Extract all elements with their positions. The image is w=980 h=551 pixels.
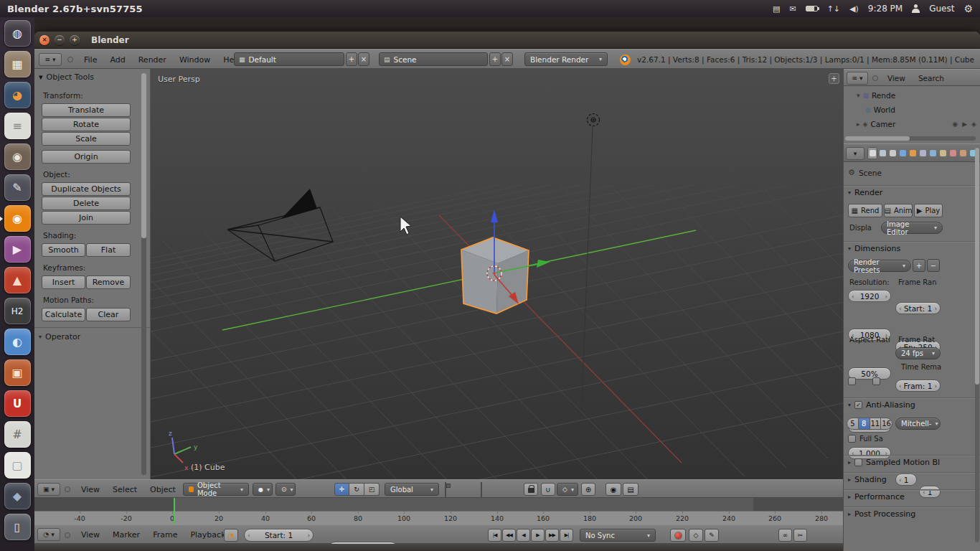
previous-keyframe-button[interactable]: ◀◀ <box>502 529 516 542</box>
start-frame-field[interactable]: ‹Start: 1› <box>244 529 314 542</box>
window-maximize-button[interactable]: + <box>70 35 80 45</box>
mode-dropdown[interactable]: Object Mode▾ <box>183 483 249 496</box>
render-engine-dropdown[interactable]: Blender Render▾ <box>524 52 608 66</box>
opengl-render-anim-icon[interactable]: ▤ <box>623 483 639 496</box>
launcher-item-box[interactable]: ▣ <box>3 359 32 387</box>
aa-filter-dropdown[interactable]: Mitchell-▾ <box>895 418 941 430</box>
outliner-view-menu[interactable]: View <box>881 70 912 87</box>
outliner-item-render[interactable]: ▾ ▦ Rende <box>844 88 980 103</box>
launcher-item-globe[interactable]: ◐ <box>3 329 32 356</box>
aa-samples-11[interactable]: 11 <box>870 418 882 430</box>
viewport-shading-dropdown[interactable]: ●▾ <box>253 483 273 496</box>
timeline-editor-type-button[interactable]: ◔▾ <box>37 528 60 541</box>
origin-button[interactable]: Origin <box>42 150 131 164</box>
launcher-item-pages[interactable]: ▢ <box>3 452 32 479</box>
outliner-item-camera[interactable]: ▸ ◈ Camer ◉ ▶ ◈ <box>844 117 976 131</box>
snap-element-dropdown[interactable]: ◇▾ <box>557 483 578 496</box>
link-icon[interactable]: ∞ <box>778 529 792 542</box>
time-toggle-icon[interactable]: ◔ <box>224 529 238 542</box>
layers-grid-left[interactable] <box>445 482 446 497</box>
next-keyframe-button[interactable]: ▶▶ <box>545 529 559 542</box>
sync-dropdown[interactable]: No Sync▾ <box>580 529 656 542</box>
post-processing-panel-header[interactable]: ▸Post Processing <box>844 507 980 521</box>
frame-rate-dropdown[interactable]: 24 fps▾ <box>895 347 941 359</box>
orientation-dropdown[interactable]: Global▾ <box>385 483 439 496</box>
add-scene-button[interactable]: + <box>489 52 501 66</box>
timeline-frame-menu[interactable]: Frame <box>146 525 184 545</box>
outliner-h-scrollbar[interactable] <box>845 136 976 141</box>
view-menu[interactable]: View <box>75 480 106 499</box>
play-rendered-button[interactable]: ▶Play <box>914 204 943 217</box>
shading-panel-header[interactable]: ▸Shading <box>844 472 980 486</box>
menu-file[interactable]: File <box>77 50 103 70</box>
pin-icon[interactable] <box>65 532 70 538</box>
display-dropdown[interactable]: Image Editor▾ <box>881 222 943 234</box>
tab-constraints[interactable] <box>918 147 928 159</box>
aa-samples-16[interactable]: 16 <box>881 418 892 430</box>
launcher-item-pyramid[interactable]: ▲ <box>3 267 32 294</box>
add-layout-button[interactable]: + <box>346 52 357 66</box>
layers-grid-right[interactable] <box>481 482 482 497</box>
operator-panel-header[interactable]: ▾Operator <box>39 332 80 342</box>
aa-samples-5[interactable]: 5 <box>847 418 859 430</box>
tab-object-data[interactable] <box>938 147 948 159</box>
launcher-item-video[interactable]: ▶ <box>3 236 32 263</box>
crop-checkbox[interactable] <box>872 377 880 385</box>
remove-preset-button[interactable]: − <box>927 259 940 272</box>
timeline-ruler[interactable]: -40 -20 0 20 40 60 80 100 120 140 160 18… <box>34 511 843 524</box>
tab-scene[interactable] <box>887 147 897 159</box>
render-presets-dropdown[interactable]: Render Presets▾ <box>848 260 911 272</box>
properties-scrollbar[interactable] <box>975 148 979 542</box>
pivot-dropdown[interactable]: ⊙▾ <box>275 483 296 496</box>
tab-material[interactable] <box>948 147 958 159</box>
play-button[interactable]: ▶ <box>531 529 545 542</box>
timeline-canvas[interactable]: -40 -20 0 20 40 60 80 100 120 140 160 18… <box>34 498 843 524</box>
mail-icon[interactable]: ✉ <box>789 4 796 14</box>
scrollbar-thumb[interactable] <box>141 73 146 238</box>
tool-shelf-scrollbar[interactable] <box>141 73 146 475</box>
viewport-3d[interactable]: z y x User Persp (1) Cube + <box>151 69 843 479</box>
unlink-layout-button[interactable]: × <box>358 52 369 66</box>
battery-icon[interactable] <box>806 6 818 11</box>
rotate-button[interactable]: Rotate <box>42 118 131 131</box>
jump-to-end-button[interactable]: ▶| <box>560 529 573 542</box>
launcher-item-software[interactable]: U <box>3 390 32 418</box>
tab-render[interactable] <box>867 147 877 159</box>
launcher-item-blender[interactable]: ◉ <box>3 205 32 232</box>
launcher-item-dark[interactable]: ◆ <box>3 483 32 510</box>
menu-window[interactable]: Window <box>173 50 217 70</box>
user-menu[interactable]: Guest <box>929 4 954 14</box>
volume-icon[interactable]: ◀) <box>849 4 859 14</box>
frame-start-field[interactable]: ‹Start: 1› <box>895 302 941 314</box>
render-animation-button[interactable]: ▤Anim <box>884 204 913 217</box>
full-sample-checkbox[interactable] <box>848 435 856 443</box>
cut-icon[interactable]: ✂ <box>793 529 807 542</box>
tab-render-layers[interactable] <box>877 147 887 159</box>
jump-to-start-button[interactable]: |◀ <box>488 529 501 542</box>
scrollbar-thumb[interactable] <box>975 148 979 385</box>
outliner-item-world[interactable]: ◍ World <box>844 103 980 117</box>
screen-layout-field[interactable]: ▦Default <box>234 52 344 66</box>
play-reverse-button[interactable]: ◀ <box>517 529 530 542</box>
expand-icon[interactable]: ▸ <box>857 121 860 128</box>
calculate-paths-button[interactable]: Calculate <box>42 308 85 321</box>
motion-blur-panel-header[interactable]: ▸Sampled Motion Bl <box>844 455 980 469</box>
selectability-icon[interactable]: ▶ <box>962 121 967 128</box>
session-gear-icon[interactable]: ⚙ <box>963 3 973 14</box>
motion-blur-checkbox[interactable] <box>854 458 862 466</box>
window-titlebar[interactable]: × − + Blender <box>34 32 980 49</box>
menu-add[interactable]: Add <box>103 50 131 70</box>
keyboard-indicator-icon[interactable]: ▤ <box>773 4 780 14</box>
window-close-button[interactable]: × <box>39 35 50 45</box>
snap-magnet-icon[interactable]: ∪ <box>541 483 555 496</box>
border-checkbox[interactable] <box>848 377 856 385</box>
pin-icon[interactable] <box>65 486 70 492</box>
snap-target-icon[interactable]: ⊕ <box>581 483 595 496</box>
duplicate-objects-button[interactable]: Duplicate Objects <box>42 182 131 196</box>
scale-manipulator-icon[interactable]: ◰ <box>364 483 380 496</box>
rotate-manipulator-icon[interactable]: ↻ <box>349 483 364 496</box>
launcher-item-h2[interactable]: H2 <box>3 298 32 325</box>
clear-paths-button[interactable]: Clear <box>86 308 131 321</box>
translate-manipulator-icon[interactable]: ✛ <box>334 483 349 496</box>
current-frame-line[interactable] <box>174 498 175 524</box>
